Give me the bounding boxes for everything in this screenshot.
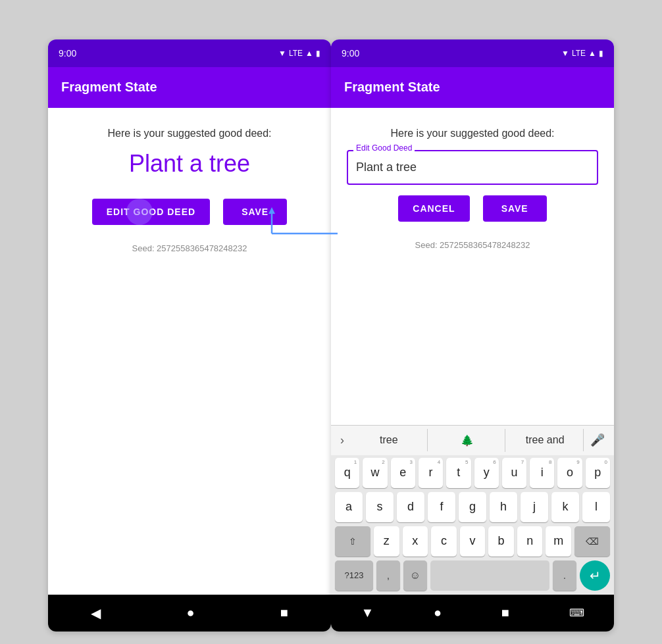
right-app-title: Fragment State <box>344 80 440 95</box>
enter-key[interactable]: ↵ <box>580 560 610 591</box>
emoji-key[interactable]: ☺ <box>403 560 427 591</box>
lte-label: LTE <box>289 49 303 58</box>
period-key[interactable]: . <box>553 560 576 591</box>
right-suggested-label: Here is your suggested good deed: <box>390 128 554 139</box>
right-seed-text: Seed: 2572558365478248232 <box>415 240 530 250</box>
right-wifi-icon: ▼ <box>561 49 569 58</box>
left-suggested-label: Here is your suggested good deed: <box>107 128 271 139</box>
cancel-button[interactable]: CANCEL <box>398 195 469 222</box>
key-n[interactable]: n <box>517 526 543 557</box>
comma-key[interactable]: , <box>376 560 400 591</box>
back-icon[interactable]: ◀ <box>91 605 101 621</box>
edit-good-deed-input[interactable] <box>347 150 598 185</box>
key-p[interactable]: 0p <box>586 458 610 488</box>
key-f[interactable]: f <box>428 492 455 522</box>
left-app-title: Fragment State <box>61 80 157 95</box>
suggest-word-3[interactable]: tree and <box>507 429 584 451</box>
right-app-bar: Fragment State <box>331 67 614 108</box>
edit-field-label: Edit Good Deed <box>353 143 415 153</box>
left-nav-bar: ◀ ● ■ <box>48 595 331 632</box>
left-buttons-row: EDIT GOOD DEED SAVE <box>92 199 287 225</box>
key-y[interactable]: 6y <box>474 458 499 488</box>
keyboard-area: › tree 🌲 tree and 🎤 1q 2w 3e 4r 5t 6y 7u… <box>331 425 614 595</box>
right-battery-icon: ▮ <box>599 49 603 58</box>
key-i[interactable]: 8i <box>530 458 554 488</box>
right-home-icon[interactable]: ● <box>434 605 442 620</box>
shift-key[interactable]: ⇧ <box>335 526 370 557</box>
suggestions-bar: › tree 🌲 tree and 🎤 <box>331 425 614 455</box>
recents-icon[interactable]: ■ <box>280 605 288 620</box>
key-m[interactable]: m <box>546 526 571 557</box>
key-s[interactable]: s <box>366 492 394 522</box>
right-signal-icon: ▲ <box>588 49 596 58</box>
left-status-bar: 9:00 ▼ LTE ▲ ▮ <box>48 39 331 67</box>
left-good-deed: Plant a tree <box>129 150 250 178</box>
key-e[interactable]: 3e <box>391 458 415 488</box>
left-status-icons: ▼ LTE ▲ ▮ <box>278 49 320 58</box>
left-phone: 9:00 ▼ LTE ▲ ▮ Fragment State Here is yo… <box>48 39 331 632</box>
left-seed-text: Seed: 2572558365478248232 <box>132 243 247 253</box>
right-keyboard-icon[interactable]: ⌨ <box>569 607 584 619</box>
right-phone: 9:00 ▼ LTE ▲ ▮ Fragment State Here is yo… <box>331 39 614 632</box>
battery-icon: ▮ <box>316 49 320 58</box>
right-status-bar: 9:00 ▼ LTE ▲ ▮ <box>331 39 614 67</box>
backspace-key[interactable]: ⌫ <box>574 526 610 557</box>
suggest-expand-icon[interactable]: › <box>335 433 349 447</box>
right-status-icons: ▼ LTE ▲ ▮ <box>561 49 603 58</box>
svg-marker-2 <box>268 207 275 214</box>
key-row-1: 1q 2w 3e 4r 5t 6y 7u 8i 9o 0p <box>335 458 610 488</box>
arrow-connector <box>265 207 344 260</box>
microphone-icon[interactable]: 🎤 <box>585 433 610 447</box>
key-o[interactable]: 9o <box>557 458 582 488</box>
left-status-time: 9:00 <box>59 48 76 59</box>
key-row-2: a s d f g h j k l <box>335 492 610 522</box>
right-back-icon[interactable]: ▼ <box>361 605 374 620</box>
key-h[interactable]: h <box>490 492 517 522</box>
wifi-icon: ▼ <box>278 49 286 58</box>
key-row-4: ?123 , ☺ . ↵ <box>335 560 610 591</box>
key-b[interactable]: b <box>488 526 514 557</box>
right-lte-label: LTE <box>572 49 586 58</box>
left-content: Here is your suggested good deed: Plant … <box>48 108 331 595</box>
edit-good-deed-button[interactable]: EDIT GOOD DEED <box>92 199 210 225</box>
right-status-time: 9:00 <box>342 48 359 59</box>
key-u[interactable]: 7u <box>502 458 526 488</box>
suggest-word-1[interactable]: tree <box>351 429 428 451</box>
left-app-bar: Fragment State <box>48 67 331 108</box>
suggest-word-2[interactable]: 🌲 <box>429 429 506 452</box>
key-j[interactable]: j <box>521 492 548 522</box>
key-d[interactable]: d <box>397 492 424 522</box>
key-q[interactable]: 1q <box>335 458 359 488</box>
edit-field-container: Edit Good Deed <box>347 150 598 185</box>
signal-icon: ▲ <box>305 49 313 58</box>
right-content: Here is your suggested good deed: Edit G… <box>331 108 614 425</box>
key-r[interactable]: 4r <box>419 458 443 488</box>
keyboard-rows: 1q 2w 3e 4r 5t 6y 7u 8i 9o 0p a s d f <box>331 455 614 595</box>
key-g[interactable]: g <box>459 492 486 522</box>
key-x[interactable]: x <box>403 526 428 557</box>
key-z[interactable]: z <box>374 526 399 557</box>
key-w[interactable]: 2w <box>363 458 387 488</box>
space-key[interactable] <box>430 560 549 591</box>
key-k[interactable]: k <box>551 492 579 522</box>
right-recents-icon[interactable]: ■ <box>501 605 509 620</box>
key-row-3: ⇧ z x c v b n m ⌫ <box>335 526 610 557</box>
right-nav-bar: ▼ ● ■ ⌨ <box>331 595 614 632</box>
key-t[interactable]: 5t <box>446 458 471 488</box>
numbers-key[interactable]: ?123 <box>335 560 373 591</box>
key-v[interactable]: v <box>460 526 486 557</box>
right-buttons-row: CANCEL SAVE <box>398 195 546 222</box>
key-c[interactable]: c <box>431 526 457 557</box>
key-l[interactable]: l <box>582 492 610 522</box>
key-a[interactable]: a <box>335 492 363 522</box>
home-icon[interactable]: ● <box>186 605 194 620</box>
right-save-button[interactable]: SAVE <box>483 195 547 222</box>
